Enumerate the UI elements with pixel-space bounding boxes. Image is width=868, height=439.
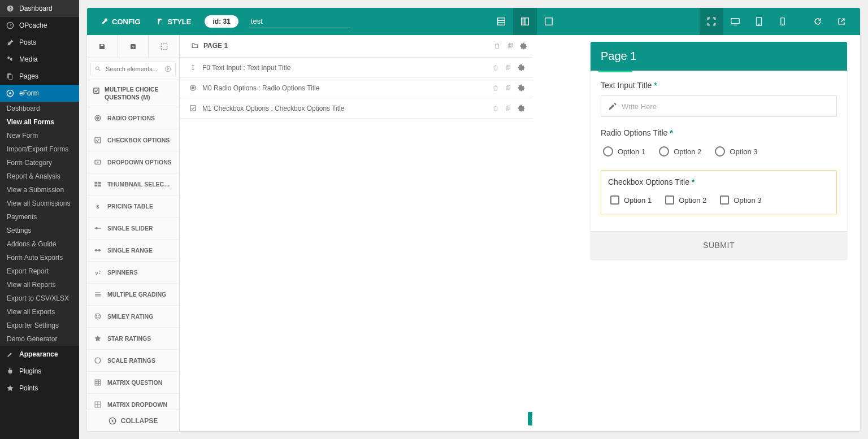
page-settings-icon[interactable] xyxy=(519,42,528,50)
search-input[interactable] xyxy=(90,62,176,76)
sub-form-auto-exports[interactable]: Form Auto Exports xyxy=(0,251,79,264)
admin-points[interactable]: Points xyxy=(0,380,79,397)
sub-import-export[interactable]: Import/Export Forms xyxy=(0,142,79,156)
element-single-slider[interactable]: SINGLE SLIDER xyxy=(87,218,179,240)
field-delete-icon[interactable] xyxy=(492,64,499,71)
collapse-button[interactable]: COLLAPSE xyxy=(87,410,179,431)
page-copy-icon[interactable] xyxy=(506,42,514,50)
element-matrix-question[interactable]: MATRIX QUESTION xyxy=(87,372,179,394)
sub-new-form[interactable]: New Form xyxy=(0,129,79,142)
element-matrix-dropdown[interactable]: MATRIX DROPDOWN xyxy=(87,394,179,410)
dashboard-icon xyxy=(6,4,15,13)
element-thumbnail-selection[interactable]: THUMBNAIL SELECTI... xyxy=(87,173,179,195)
style-button[interactable]: STYLE xyxy=(150,13,198,31)
svg-rect-12 xyxy=(731,19,739,24)
refresh-button[interactable] xyxy=(806,8,830,35)
sub-view-all-forms[interactable]: View all Forms xyxy=(0,115,79,129)
checkbox-option-1[interactable]: Option 1 xyxy=(610,195,652,205)
sub-form-category[interactable]: Form Category xyxy=(0,156,79,169)
element-smiley-rating[interactable]: SMILEY RATING xyxy=(87,306,179,328)
element-scale-ratings[interactable]: SCALE RATINGS xyxy=(87,350,179,372)
admin-eform[interactable]: eForm xyxy=(0,85,79,102)
field-copy-icon[interactable] xyxy=(505,105,511,112)
sub-payments[interactable]: Payments xyxy=(0,210,79,224)
svg-rect-5 xyxy=(498,18,505,25)
admin-posts[interactable]: Posts xyxy=(0,34,79,51)
preview-text-input[interactable]: Write Here xyxy=(601,95,837,117)
radio-option-3[interactable]: Option 3 xyxy=(715,146,757,157)
element-multiple-grading[interactable]: MULTIPLE GRADING xyxy=(87,284,179,306)
element-dropdown-options[interactable]: DROPDOWN OPTIONS xyxy=(87,151,179,173)
field-settings-icon[interactable] xyxy=(517,63,526,72)
device-desktop-button[interactable] xyxy=(723,8,747,35)
view-split-button[interactable] xyxy=(513,8,537,35)
sub-export-csv[interactable]: Export to CSV/XLSX xyxy=(0,292,79,305)
svg-rect-32 xyxy=(94,185,97,187)
sub-exporter-settings[interactable]: Exporter Settings xyxy=(0,319,79,332)
radio-option-1[interactable]: Option 1 xyxy=(603,146,645,157)
sub-report-analysis[interactable]: Report & Analysis xyxy=(0,169,79,183)
elements-toolbar: ? xyxy=(87,35,179,58)
field-settings-icon[interactable] xyxy=(517,104,526,112)
admin-opcache[interactable]: OPcache xyxy=(0,17,79,34)
pen-icon xyxy=(608,102,617,111)
resize-handle[interactable] xyxy=(528,412,532,425)
page-tab-1[interactable]: PAGE 1 xyxy=(184,35,235,58)
preview-submit-button[interactable]: SUBMIT xyxy=(591,231,847,259)
field-copy-icon[interactable] xyxy=(505,85,511,92)
svg-rect-10 xyxy=(522,18,525,25)
sub-view-all-reports[interactable]: View all Reports xyxy=(0,278,79,292)
field-delete-icon[interactable] xyxy=(492,85,499,92)
field-copy-icon[interactable] xyxy=(505,64,511,71)
view-list-button[interactable] xyxy=(489,8,513,35)
view-single-button[interactable] xyxy=(537,8,561,35)
radio-option-2[interactable]: Option 2 xyxy=(659,146,701,157)
elements-group-header[interactable]: MULTIPLE CHOICE QUESTIONS (M) xyxy=(87,80,179,107)
sub-view-all-exports[interactable]: View all Exports xyxy=(0,305,79,319)
element-checkbox-options[interactable]: CHECKBOX OPTIONS xyxy=(87,129,179,151)
config-button[interactable]: CONFIG xyxy=(94,13,147,31)
field-radio-options[interactable]: M0 Radio Options : Radio Options Title xyxy=(180,78,532,98)
field-checkbox-options[interactable]: M1 Checkbox Options : Checkbox Options T… xyxy=(180,98,532,119)
field-settings-icon[interactable] xyxy=(517,84,526,92)
matrix-dropdown-icon xyxy=(93,399,103,410)
svg-text:9: 9 xyxy=(96,271,98,276)
element-single-range[interactable]: SINGLE RANGE xyxy=(87,240,179,262)
admin-sidebar: Dashboard OPcache Posts Media Pages eFor… xyxy=(0,0,79,439)
page-delete-icon[interactable] xyxy=(493,42,501,50)
elements-panel: ? ? MULTIPLE CHOICE QUESTIONS (M) RADIO … xyxy=(87,35,180,431)
sub-export-report[interactable]: Export Report xyxy=(0,264,79,278)
sub-view-all-submissions[interactable]: View all Submissions xyxy=(0,197,79,210)
device-tablet-button[interactable] xyxy=(747,8,771,35)
element-radio-options[interactable]: RADIO OPTIONS xyxy=(87,107,179,129)
radio-mark xyxy=(659,146,669,157)
admin-dashboard[interactable]: Dashboard xyxy=(0,0,79,17)
search-help-icon[interactable]: ? xyxy=(164,66,171,72)
sub-demo-generator[interactable]: Demo Generator xyxy=(0,332,79,346)
external-link-button[interactable] xyxy=(830,8,853,35)
save-button[interactable] xyxy=(87,35,118,58)
checkbox-option-3[interactable]: Option 3 xyxy=(720,195,761,205)
element-spinners[interactable]: 9SPINNERS xyxy=(87,262,179,284)
field-delete-icon[interactable] xyxy=(492,105,499,112)
sub-view-submission[interactable]: View a Submission xyxy=(0,183,79,197)
admin-plugins[interactable]: Plugins xyxy=(0,363,79,380)
device-fullscreen-button[interactable] xyxy=(700,8,723,35)
element-pricing-table[interactable]: $PRICING TABLE xyxy=(87,195,179,218)
element-star-ratings[interactable]: STAR RATINGS xyxy=(87,328,179,350)
svg-point-46 xyxy=(99,315,99,316)
bounds-button[interactable] xyxy=(149,35,179,58)
checkbox-option-2[interactable]: Option 2 xyxy=(665,195,706,205)
svg-rect-3 xyxy=(8,75,12,79)
sub-dashboard[interactable]: Dashboard xyxy=(0,102,79,115)
svg-rect-31 xyxy=(98,182,101,184)
device-mobile-button[interactable] xyxy=(771,8,795,35)
form-name-input[interactable] xyxy=(249,15,350,28)
admin-pages[interactable]: Pages xyxy=(0,68,79,85)
sub-addons-guide[interactable]: Addons & Guide xyxy=(0,237,79,251)
sub-settings[interactable]: Settings xyxy=(0,224,79,237)
admin-media[interactable]: Media xyxy=(0,51,79,68)
help-button[interactable]: ? xyxy=(118,35,149,58)
field-text-input[interactable]: F0 Text Input : Text Input Title xyxy=(180,58,532,78)
admin-appearance[interactable]: Appearance xyxy=(0,346,79,363)
